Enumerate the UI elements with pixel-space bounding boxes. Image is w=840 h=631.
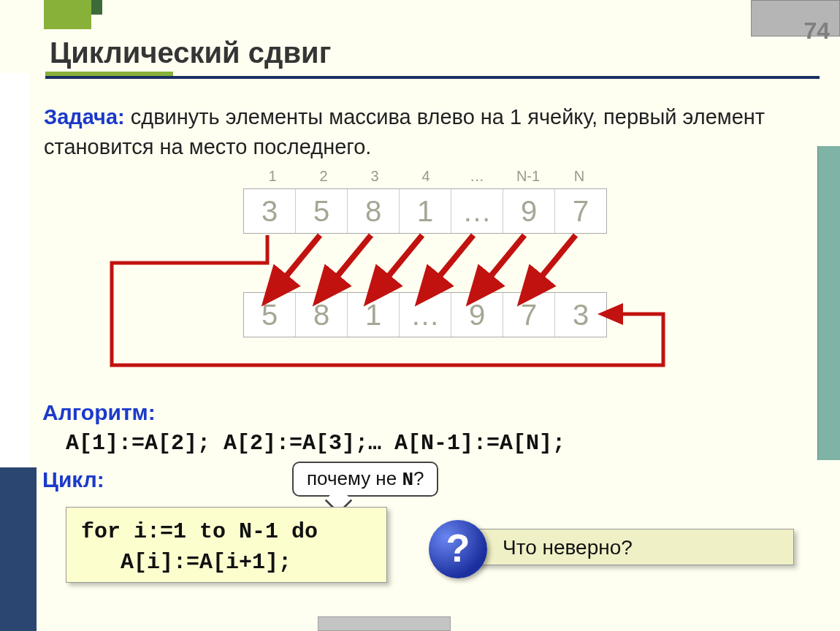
index-label: …: [451, 168, 503, 185]
cell: 9: [503, 189, 555, 233]
dec-left-navy: [0, 467, 37, 631]
cell: 7: [503, 293, 555, 337]
dec-top-green: [44, 0, 91, 29]
dec-bottom-grey: [318, 616, 451, 631]
array-diagram: 1 2 3 4 … N-1 N 3 5 8 1 … 9 7 5 8 1 … 9 …: [108, 168, 707, 372]
index-label: 2: [298, 168, 349, 185]
index-row: 1 2 3 4 … N-1 N: [247, 168, 605, 185]
cell: 3: [555, 293, 606, 337]
slide: 74 Циклический сдвиг Задача: сдвинуть эл…: [0, 0, 840, 631]
svg-line-6: [532, 235, 576, 288]
task-label: Задача:: [44, 105, 125, 129]
dec-top-dark: [91, 0, 102, 15]
array-after: 5 8 1 … 9 7 3: [243, 292, 607, 337]
cell: 1: [400, 189, 451, 233]
title-rule-navy: [45, 76, 820, 79]
cell: 9: [451, 293, 503, 337]
cell: 5: [296, 189, 348, 233]
callout-pre: почему не: [307, 467, 402, 489]
slide-title: Циклический сдвиг: [50, 37, 331, 69]
index-label: 1: [247, 168, 298, 185]
svg-line-5: [481, 235, 524, 288]
callout-code-frag: N: [402, 469, 413, 491]
svg-line-1: [276, 235, 320, 288]
question-badge: Что неверно? ?: [429, 520, 816, 571]
index-label: 3: [349, 168, 400, 185]
cell: 5: [244, 293, 296, 337]
cell: …: [400, 293, 451, 337]
cell: 1: [348, 293, 400, 337]
algorithm-label: Алгоритм:: [42, 400, 156, 425]
cell: 3: [244, 189, 296, 233]
task-text: сдвинуть элементы массива влево на 1 яче…: [44, 105, 765, 158]
array-before: 3 5 8 1 … 9 7: [243, 188, 607, 234]
task-paragraph: Задача: сдвинуть элементы массива влево …: [44, 102, 803, 161]
dec-right-teal: [817, 146, 840, 460]
page-number: 74: [803, 18, 830, 45]
index-label: N: [554, 168, 605, 185]
cycle-label: Цикл:: [42, 467, 104, 492]
loop-code-box: for i:=1 to N-1 do A[i]:=A[i+1];: [66, 507, 387, 583]
svg-line-3: [378, 235, 422, 288]
algorithm-code: A[1]:=A[2]; A[2]:=A[3];… A[N-1]:=A[N];: [66, 431, 565, 456]
index-label: 4: [400, 168, 451, 185]
index-label: N-1: [503, 168, 554, 185]
question-text: Что неверно?: [458, 529, 794, 565]
callout-post: ?: [413, 467, 424, 489]
svg-line-2: [327, 235, 371, 288]
cell: …: [451, 189, 503, 233]
question-mark-icon: ?: [429, 520, 487, 578]
cell: 8: [296, 293, 348, 337]
svg-line-4: [429, 235, 473, 288]
cell: 7: [555, 189, 606, 233]
callout-why-not-n: почему не N?: [292, 462, 438, 497]
cell: 8: [348, 189, 400, 233]
